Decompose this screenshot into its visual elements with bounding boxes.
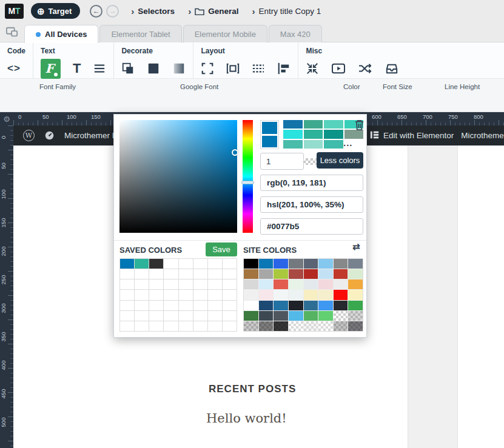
color-swatch[interactable] [283,140,303,149]
trash-icon[interactable] [354,119,365,133]
color-swatch[interactable] [208,279,222,289]
opacity-input[interactable] [260,153,304,170]
color-swatch[interactable] [120,311,134,321]
color-swatch[interactable] [318,279,333,289]
color-swatch[interactable] [289,269,303,279]
gauge-icon[interactable] [44,130,55,141]
list-properties-icon[interactable] [93,62,106,75]
color-swatch[interactable] [164,290,178,299]
color-swatch[interactable] [193,269,207,279]
inbox-icon[interactable] [385,62,399,75]
color-swatch[interactable] [304,311,318,321]
color-swatch[interactable] [304,321,318,331]
color-swatch[interactable] [334,259,348,269]
hue-slider[interactable] [243,120,253,233]
color-swatch[interactable] [179,259,193,269]
tab-elementor-mobile[interactable]: Elementor Mobile [183,25,267,43]
color-swatch[interactable] [259,259,274,269]
color-swatch[interactable] [274,321,288,331]
color-swatch[interactable] [149,311,163,321]
color-swatch[interactable] [149,290,163,299]
color-swatch[interactable] [193,259,207,269]
color-swatch[interactable] [304,290,318,299]
color-swatch[interactable] [283,130,303,138]
color-swatch[interactable] [164,259,178,269]
color-swatch[interactable] [289,321,303,331]
color-swatch[interactable] [244,321,258,331]
color-swatch[interactable] [164,321,178,331]
color-swatch[interactable] [193,279,207,289]
color-swatch[interactable] [259,279,274,289]
color-swatch[interactable] [179,279,193,289]
color-swatch[interactable] [149,259,163,269]
color-swatch[interactable] [120,321,134,331]
color-swatch[interactable] [348,301,363,310]
color-swatch[interactable] [120,301,134,310]
color-swatch[interactable] [274,269,288,279]
history-back-button[interactable]: ← [90,5,102,18]
breadcrumb-entry-title[interactable]: › Entry title Copy 1 [252,6,321,16]
color-swatch[interactable] [348,321,363,331]
color-swatch[interactable] [289,301,303,310]
previous-color-swatch[interactable] [262,136,277,148]
color-swatch[interactable] [334,279,348,289]
color-swatch[interactable] [259,301,274,310]
color-swatch[interactable] [348,279,363,289]
color-swatch[interactable] [283,120,303,129]
color-swatch[interactable] [120,259,134,269]
devices-icon[interactable] [5,26,19,41]
color-swatch[interactable] [135,279,149,289]
color-swatch[interactable] [223,269,237,279]
color-swatch[interactable] [208,269,222,279]
tab-all-devices[interactable]: All Devices [24,25,98,43]
color-swatch[interactable] [193,311,207,321]
color-swatch[interactable] [164,269,178,279]
hue-slider-handle[interactable] [241,181,254,184]
color-swatch[interactable] [274,301,288,310]
breadcrumb-selectors[interactable]: › Selectors [131,6,175,16]
color-swatch[interactable] [135,290,149,299]
color-swatch[interactable] [259,321,274,331]
color-swatch[interactable] [149,269,163,279]
color-swatch[interactable] [223,290,237,299]
color-swatch[interactable] [289,290,303,299]
hex-input[interactable] [260,218,363,235]
color-swatch[interactable] [304,269,318,279]
color-swatch[interactable] [348,311,363,321]
color-swatch[interactable] [149,279,163,289]
saturation-value-area[interactable] [119,120,237,233]
text-properties-icon[interactable]: T [73,61,81,76]
edit-with-elementor-menu[interactable]: Edit with Elementor [370,130,454,141]
color-swatch[interactable] [179,301,193,310]
color-swatch[interactable] [274,279,288,289]
color-swatch[interactable] [348,259,363,269]
color-swatch[interactable] [244,301,258,310]
color-swatch[interactable] [324,130,343,138]
color-swatch[interactable] [223,321,237,331]
rgb-input[interactable] [260,175,363,191]
color-swatch[interactable] [179,321,193,331]
color-swatch[interactable] [324,140,343,149]
color-swatch[interactable] [318,321,333,331]
code-editor-icon[interactable]: <> [7,62,21,75]
compress-icon[interactable] [306,62,319,75]
color-swatch[interactable] [259,290,274,299]
position-icon[interactable] [277,62,291,75]
color-swatch[interactable] [120,269,134,279]
color-swatch[interactable] [208,321,222,331]
color-swatch[interactable] [179,311,193,321]
color-swatch[interactable] [324,120,343,129]
color-swatch[interactable] [348,290,363,299]
color-swatch[interactable] [334,321,348,331]
color-swatch[interactable] [318,290,333,299]
color-swatch[interactable] [120,279,134,289]
color-swatch[interactable] [223,279,237,289]
video-tutorial-icon[interactable] [331,62,346,75]
target-button[interactable]: ⊕ Target [31,3,80,19]
sync-colors-icon[interactable]: ⇄ [352,241,360,252]
color-swatch[interactable] [208,290,222,299]
history-forward-button[interactable]: → [106,5,119,18]
color-swatch[interactable] [135,269,149,279]
color-swatch[interactable] [304,279,318,289]
color-swatch[interactable] [304,301,318,310]
